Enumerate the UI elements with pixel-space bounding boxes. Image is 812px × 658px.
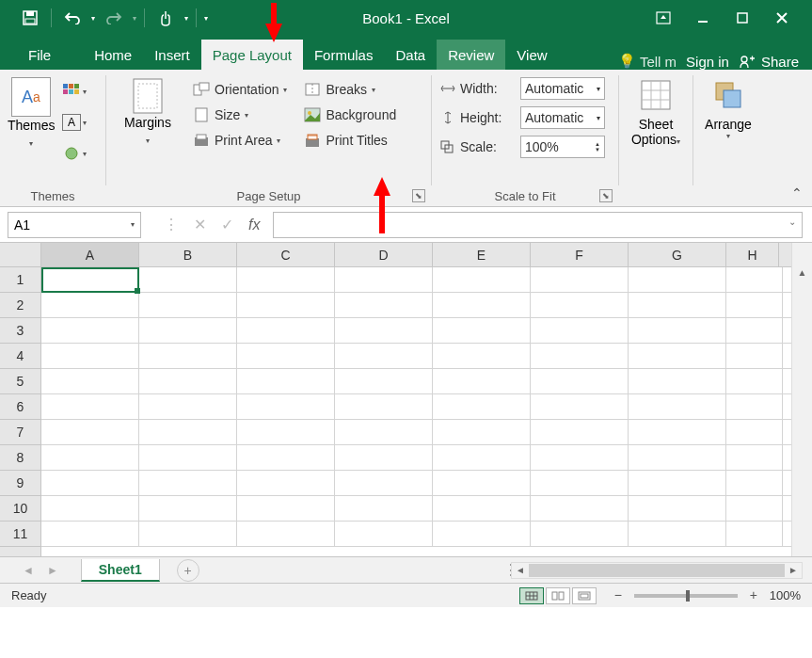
column-header[interactable]: E <box>433 243 531 266</box>
row-header[interactable]: 5 <box>0 369 40 394</box>
column-header[interactable]: H <box>726 243 779 266</box>
add-sheet-button[interactable]: + <box>177 559 199 582</box>
print-area-button[interactable]: Print Area▾ <box>187 130 293 151</box>
themes-icon: Aa <box>11 77 51 117</box>
row-header[interactable]: 1 <box>0 267 40 293</box>
ribbon-display-options[interactable] <box>654 8 673 27</box>
column-header[interactable]: D <box>335 243 433 266</box>
tell-me-search[interactable]: 💡Tell m <box>618 53 677 70</box>
close-button[interactable] <box>772 8 791 27</box>
sheet-options-button[interactable]: SheetOptions▾ <box>619 70 693 206</box>
zoom-slider[interactable] <box>634 594 738 598</box>
row-header[interactable]: 3 <box>0 318 40 344</box>
column-header[interactable]: A <box>41 243 139 266</box>
height-label: Height: <box>460 110 517 125</box>
svg-rect-10 <box>63 89 68 94</box>
svg-point-6 <box>741 56 747 62</box>
zoom-level[interactable]: 100% <box>770 588 801 602</box>
minimize-button[interactable] <box>693 8 712 27</box>
normal-view-button[interactable] <box>519 587 544 604</box>
column-header[interactable]: F <box>531 243 629 266</box>
fonts-button[interactable]: A▾ <box>56 110 92 135</box>
redo-button[interactable] <box>101 5 127 31</box>
name-box[interactable]: A1▾ <box>8 212 141 238</box>
tab-split-handle[interactable]: ⋮ <box>503 562 511 579</box>
orientation-icon <box>193 82 210 97</box>
dots-icon: ⋮ <box>164 216 179 233</box>
vertical-scrollbar[interactable]: ▲ <box>791 243 812 556</box>
touch-mode-button[interactable] <box>152 5 179 31</box>
tab-review[interactable]: Review <box>437 40 505 70</box>
cells-area[interactable] <box>41 267 791 547</box>
annotation-arrow-up <box>372 177 392 233</box>
tab-page-layout[interactable]: Page Layout <box>201 40 303 70</box>
arrange-button[interactable]: Arrange ▾ <box>693 70 763 206</box>
column-header[interactable]: C <box>237 243 335 266</box>
width-label: Width: <box>460 81 517 96</box>
save-button[interactable] <box>17 5 43 31</box>
page-layout-view-button[interactable] <box>546 587 570 604</box>
maximize-button[interactable] <box>733 8 752 27</box>
orientation-button[interactable]: Orientation▾ <box>187 79 293 100</box>
row-header[interactable]: 10 <box>0 496 40 522</box>
window-title: Book1 - Excel <box>362 10 450 26</box>
width-select[interactable]: Automatic▾ <box>520 77 605 100</box>
sign-in-link[interactable]: Sign in <box>686 54 729 70</box>
svg-rect-11 <box>69 89 73 94</box>
background-button[interactable]: Background <box>298 104 402 125</box>
column-header[interactable]: B <box>139 243 237 266</box>
scroll-up-icon[interactable]: ▲ <box>792 267 812 278</box>
height-select[interactable]: Automatic▾ <box>520 106 605 129</box>
themes-button[interactable]: Aa Themes ▾ <box>8 75 55 166</box>
tab-data[interactable]: Data <box>384 40 437 70</box>
svg-rect-30 <box>642 81 670 109</box>
breaks-button[interactable]: Breaks▾ <box>298 79 402 100</box>
effects-button[interactable]: ▾ <box>56 141 92 166</box>
expand-formula-bar[interactable]: ⌄ <box>788 217 796 227</box>
page-setup-dialog-launcher[interactable]: ⬊ <box>412 189 425 202</box>
enter-icon[interactable]: ✓ <box>221 216 233 233</box>
scale-dialog-launcher[interactable]: ⬊ <box>599 189 613 202</box>
row-header[interactable]: 4 <box>0 344 40 369</box>
cancel-icon[interactable]: ✕ <box>194 216 206 233</box>
svg-rect-17 <box>199 83 209 90</box>
group-themes: Aa Themes ▾ ▾ A▾ ▾ Themes <box>0 70 105 206</box>
size-button[interactable]: Size▾ <box>187 104 293 125</box>
margins-button[interactable]: Margins ▾ <box>114 75 182 151</box>
zoom-out-button[interactable]: − <box>610 587 627 604</box>
tab-insert[interactable]: Insert <box>143 40 201 70</box>
next-sheet-button[interactable]: ► <box>47 564 58 577</box>
formula-input[interactable]: ⌄ <box>273 212 803 238</box>
share-button[interactable]: Share <box>739 54 799 70</box>
prev-sheet-button[interactable]: ◄ <box>23 564 34 577</box>
print-titles-button[interactable]: Print Titles <box>298 130 402 151</box>
breaks-icon <box>304 82 321 97</box>
sheet-tab[interactable]: Sheet1 <box>81 559 160 582</box>
tab-home[interactable]: Home <box>83 40 143 70</box>
page-break-view-button[interactable] <box>572 587 597 604</box>
row-header[interactable]: 11 <box>0 522 40 547</box>
row-header[interactable]: 8 <box>0 445 40 471</box>
svg-rect-42 <box>559 592 564 600</box>
select-all-corner[interactable] <box>0 243 40 267</box>
horizontal-scrollbar[interactable]: ◄► <box>511 562 803 579</box>
undo-button[interactable] <box>59 5 86 31</box>
fx-icon[interactable]: fx <box>248 217 260 233</box>
svg-rect-5 <box>738 13 747 23</box>
tab-file[interactable]: File <box>17 40 62 70</box>
tab-view[interactable]: View <box>505 40 558 70</box>
zoom-in-button[interactable]: + <box>745 587 762 604</box>
row-header[interactable]: 9 <box>0 471 40 496</box>
margins-icon <box>128 77 167 115</box>
row-header[interactable]: 7 <box>0 420 40 445</box>
row-header[interactable]: 2 <box>0 293 40 318</box>
collapse-ribbon-button[interactable]: ⌃ <box>791 185 803 201</box>
tab-formulas[interactable]: Formulas <box>303 40 385 70</box>
row-header[interactable]: 6 <box>0 394 40 420</box>
ribbon: Aa Themes ▾ ▾ A▾ ▾ Themes Margins ▾ Orie… <box>0 70 812 207</box>
column-header[interactable]: G <box>629 243 726 266</box>
scale-spinner[interactable]: 100%▲▼ <box>520 136 605 158</box>
status-bar: Ready − + 100% <box>0 583 812 607</box>
scale-icon <box>439 139 456 154</box>
colors-button[interactable]: ▾ <box>56 79 92 104</box>
